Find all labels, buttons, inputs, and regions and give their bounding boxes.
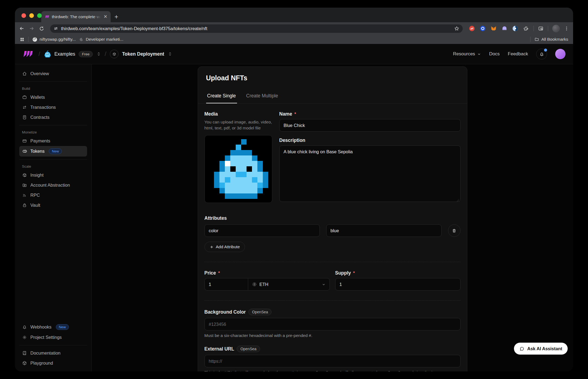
tab-create-single[interactable]: Create Single xyxy=(206,88,237,103)
currency-select[interactable]: ETH xyxy=(248,278,330,291)
add-attribute-button[interactable]: Add Attribute xyxy=(204,242,245,252)
extensions-puzzle-icon[interactable] xyxy=(523,25,529,32)
minimize-window-button[interactable] xyxy=(29,13,34,18)
blue-circle-extension-icon[interactable] xyxy=(512,25,519,32)
plan-badge: Free xyxy=(79,51,93,57)
app-header: / Examples Free / Token Deployment Resou… xyxy=(15,44,573,64)
team-switcher-icon[interactable] xyxy=(96,52,101,56)
back-nav-icon[interactable] xyxy=(19,26,25,31)
url-text: thirdweb.com/team/examples/Token-Deploym… xyxy=(61,26,207,31)
description-textarea[interactable]: A blue chick living on Base Sepolia xyxy=(279,145,461,202)
browser-window: thirdweb: The complete web3 ✕ + thirdweb… xyxy=(15,8,573,371)
fox-wallet-extension-icon[interactable] xyxy=(490,25,497,32)
sidebar-group-monetize: Monetize xyxy=(19,128,87,136)
sidebar-item-contracts[interactable]: Contracts xyxy=(19,112,87,122)
required-marker: * xyxy=(353,270,355,276)
sidebar-item-overview[interactable]: Overview xyxy=(19,69,87,79)
new-badge: New xyxy=(56,324,69,330)
sidebar-item-project-settings[interactable]: Project Settings xyxy=(19,332,87,342)
nft-media-preview[interactable] xyxy=(204,135,272,203)
sidebar-item-vault[interactable]: Vault xyxy=(19,200,87,210)
notification-dot xyxy=(544,49,547,52)
price-input[interactable] xyxy=(204,278,248,291)
close-window-button[interactable] xyxy=(21,13,26,18)
browser-toolbar: thirdweb.com/team/examples/Token-Deploym… xyxy=(15,22,573,35)
ask-ai-assistant-button[interactable]: Ask AI Assistant xyxy=(514,343,568,355)
user-avatar[interactable] xyxy=(555,49,565,59)
sidebar-item-label: Payments xyxy=(30,138,50,144)
background-color-input[interactable] xyxy=(204,318,461,330)
project-icon xyxy=(110,50,119,58)
site-settings-icon[interactable] xyxy=(53,26,58,31)
ghost-wallet-extension-icon[interactable] xyxy=(501,25,508,32)
supply-input[interactable] xyxy=(335,278,461,291)
tab-close-icon[interactable]: ✕ xyxy=(103,14,108,20)
notifications-button[interactable] xyxy=(536,49,547,59)
name-input[interactable] xyxy=(279,119,461,132)
sidebar-item-label: Tokens xyxy=(30,149,44,154)
sidebar-item-playground[interactable]: Playground xyxy=(19,358,87,368)
price-label: Price* xyxy=(204,270,330,276)
sidebar-item-label: Documentation xyxy=(30,351,60,356)
main-content: Upload NFTs Create Single Create Multipl… xyxy=(92,64,573,371)
feedback-link[interactable]: Feedback xyxy=(508,51,528,57)
sidebar-item-documentation[interactable]: Documentation xyxy=(19,348,87,358)
browser-menu-icon[interactable] xyxy=(564,26,569,31)
url-bar[interactable]: thirdweb.com/team/examples/Token-Deploym… xyxy=(50,24,463,33)
sidebar-item-webhooks[interactable]: Webhooks New xyxy=(19,322,87,332)
docs-link[interactable]: Docs xyxy=(489,51,500,57)
lock-icon xyxy=(22,203,27,208)
delete-attribute-button[interactable] xyxy=(448,224,461,237)
cube-icon xyxy=(22,361,27,366)
all-bookmarks-button[interactable]: All Bookmarks xyxy=(534,37,568,42)
browser-tab[interactable]: thirdweb: The complete web3 ✕ xyxy=(41,11,111,22)
sidebar-item-label: Playground xyxy=(30,361,53,366)
attribute-value-input[interactable] xyxy=(326,224,442,237)
book-icon xyxy=(22,351,27,356)
chat-bubble-icon xyxy=(519,346,525,351)
browser-profile-avatar[interactable] xyxy=(552,25,560,32)
reload-icon[interactable] xyxy=(39,26,44,31)
tab-create-multiple[interactable]: Create Multiple xyxy=(245,88,279,103)
gear-icon xyxy=(22,335,27,340)
apps-grid-icon[interactable] xyxy=(20,37,24,42)
blue-ring-extension-icon[interactable] xyxy=(479,25,486,32)
breadcrumb-separator: / xyxy=(39,50,40,58)
sidebar-item-rpc[interactable]: RPC xyxy=(19,190,87,200)
currency-value: ETH xyxy=(260,282,269,287)
sidebar-group-build: Build xyxy=(19,84,87,92)
sidebar-item-insight[interactable]: Insight xyxy=(19,170,87,180)
red-extension-icon[interactable] xyxy=(468,25,475,32)
home-icon xyxy=(22,71,27,76)
resources-menu[interactable]: Resources xyxy=(453,51,481,57)
attributes-label: Attributes xyxy=(204,215,461,221)
tab-search-icon[interactable] xyxy=(538,26,544,31)
attribute-key-input[interactable] xyxy=(204,224,320,237)
sidebar-item-label: Contracts xyxy=(30,115,50,120)
thirdweb-logo[interactable] xyxy=(23,50,35,58)
bookmark-star-icon[interactable] xyxy=(454,26,459,31)
team-name[interactable]: Examples xyxy=(54,51,75,57)
sidebar-item-label: Project Settings xyxy=(30,335,62,340)
sidebar-item-wallets[interactable]: Wallets xyxy=(19,92,87,102)
sidebar-item-label: Webhooks xyxy=(30,324,52,330)
sidebar-item-payments[interactable]: Payments xyxy=(19,136,87,146)
maximize-window-button[interactable] xyxy=(37,13,42,18)
project-name[interactable]: Token Deployment xyxy=(122,51,164,57)
description-label: Description xyxy=(279,138,461,143)
bookmark-niftyswap[interactable]: niftyswap.gg/Nifty... xyxy=(32,37,76,42)
thirdweb-dashboard-page: / Examples Free / Token Deployment Resou… xyxy=(15,44,573,371)
new-tab-button[interactable]: + xyxy=(114,14,118,20)
sidebar-item-tokens[interactable]: Tokens New xyxy=(19,146,87,157)
sidebar-item-transactions[interactable]: Transactions xyxy=(19,102,87,112)
external-url-input[interactable] xyxy=(204,355,461,367)
sidebar-item-account-abstraction[interactable]: Account Abstraction xyxy=(19,180,87,190)
forward-nav-icon[interactable] xyxy=(29,26,35,31)
folder-icon xyxy=(534,37,539,42)
project-switcher-icon[interactable] xyxy=(168,52,172,56)
supply-label: Supply* xyxy=(335,270,461,276)
bookmark-developer-marketing[interactable]: Developer marketi... xyxy=(79,37,123,42)
team-avatar xyxy=(44,50,51,58)
upload-nfts-card: Upload NFTs Create Single Create Multipl… xyxy=(198,66,467,371)
sidebar-item-label: Wallets xyxy=(30,95,45,100)
